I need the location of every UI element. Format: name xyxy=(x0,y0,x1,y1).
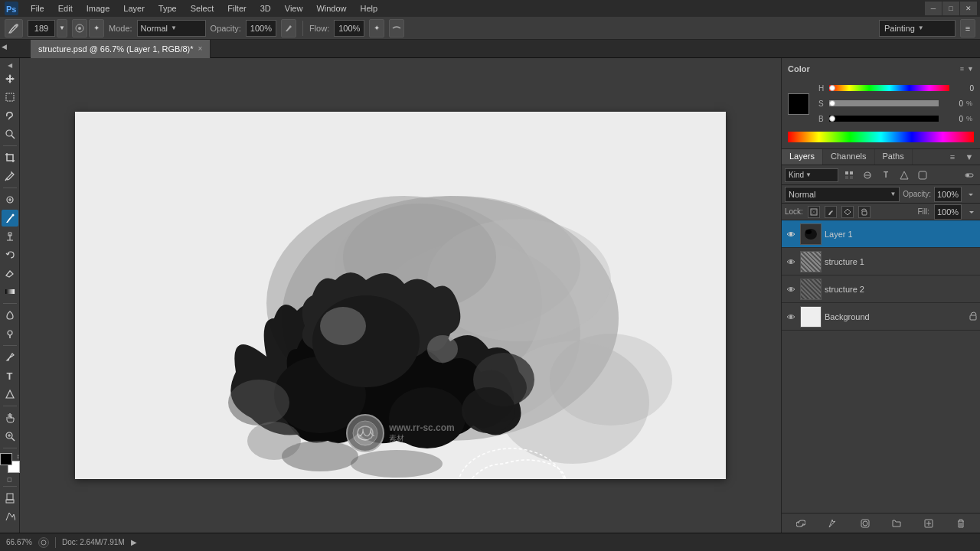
opacity-value[interactable]: 100% xyxy=(934,187,962,202)
tool-eraser[interactable] xyxy=(2,265,18,282)
mode-dropdown[interactable]: Normal ▼ xyxy=(137,20,206,37)
tool-eyedropper[interactable] xyxy=(2,168,18,184)
panels-toggle[interactable]: ◀ xyxy=(2,43,7,51)
layer-item[interactable]: Layer 1 xyxy=(782,220,980,248)
add-mask-icon[interactable] xyxy=(858,516,873,531)
opacity-value[interactable]: 100% xyxy=(246,20,276,37)
tool-history-brush[interactable] xyxy=(2,246,18,263)
maximize-button[interactable]: □ xyxy=(942,2,959,15)
layer-item[interactable]: structure 1 xyxy=(782,248,980,276)
brush-size-value[interactable]: 189 xyxy=(28,20,55,37)
menu-window[interactable]: Window xyxy=(310,2,352,15)
tool-spot-heal[interactable] xyxy=(2,191,18,208)
tool-blur[interactable] xyxy=(2,307,18,324)
saturation-slider[interactable] xyxy=(829,100,939,106)
tool-gradient[interactable] xyxy=(2,283,18,300)
lock-all-icon[interactable] xyxy=(858,206,871,218)
brush-settings-icon[interactable] xyxy=(72,19,87,37)
document-tab[interactable]: structure.psd @ 66.7% (Layer 1, RGB/8)* … xyxy=(31,40,211,58)
fill-value[interactable]: 100% xyxy=(934,204,962,220)
layer-item[interactable]: structure 2 xyxy=(782,276,980,303)
brightness-thumb[interactable] xyxy=(829,116,835,122)
menu-filter[interactable]: Filter xyxy=(221,2,252,15)
default-colors-icon[interactable]: ◻ xyxy=(7,476,12,483)
tool-crop[interactable] xyxy=(2,149,18,166)
hue-thumb[interactable] xyxy=(829,85,835,91)
blend-mode-dropdown[interactable]: Normal ▼ xyxy=(785,187,900,202)
tool-hand[interactable] xyxy=(2,409,18,426)
menu-edit[interactable]: Edit xyxy=(52,2,79,15)
tool-extra1[interactable] xyxy=(2,490,18,507)
filter-adjust-icon[interactable] xyxy=(860,168,875,183)
minimize-button[interactable]: ─ xyxy=(925,2,942,15)
filter-shape-icon[interactable] xyxy=(897,168,912,183)
brush-tool-button[interactable] xyxy=(5,19,23,37)
tab-paths[interactable]: Paths xyxy=(875,149,913,165)
menu-type[interactable]: Type xyxy=(152,2,183,15)
tab-channels[interactable]: Channels xyxy=(823,149,874,165)
menu-layer[interactable]: Layer xyxy=(117,2,151,15)
color-swatch[interactable] xyxy=(788,93,809,115)
brightness-slider[interactable] xyxy=(829,116,939,122)
status-arrow[interactable]: ▶ xyxy=(131,538,137,546)
layer-visibility-eye[interactable] xyxy=(785,311,797,323)
foreground-color-swatch[interactable] xyxy=(0,453,12,465)
brush-size-arrow[interactable]: ▼ xyxy=(57,19,67,37)
flow-icon[interactable]: ✦ xyxy=(369,19,384,37)
layer-visibility-eye[interactable] xyxy=(785,283,797,295)
filter-smart-icon[interactable] xyxy=(915,168,930,183)
layer-visibility-eye[interactable] xyxy=(785,228,797,240)
close-button[interactable]: ✕ xyxy=(960,2,977,15)
add-style-icon[interactable] xyxy=(825,516,841,531)
filter-type-icon[interactable]: T xyxy=(878,168,893,183)
new-layer-icon[interactable] xyxy=(921,516,936,531)
lock-transparent-icon[interactable] xyxy=(808,206,820,218)
layers-panel-collapse[interactable]: ▼ xyxy=(962,149,977,165)
hue-slider[interactable] xyxy=(829,85,949,91)
tool-move[interactable] xyxy=(2,70,18,87)
tool-extra2[interactable] xyxy=(2,508,18,525)
color-spectrum[interactable] xyxy=(788,132,974,142)
tool-zoom[interactable] xyxy=(2,428,18,445)
proof-colors-icon[interactable] xyxy=(38,537,49,548)
menu-3d[interactable]: 3D xyxy=(254,2,277,15)
flow-value[interactable]: 100% xyxy=(334,20,364,37)
tab-layers[interactable]: Layers xyxy=(782,149,823,165)
layer-visibility-eye[interactable] xyxy=(785,256,797,268)
swap-colors-icon[interactable]: ↕ xyxy=(17,453,20,460)
opacity-arrow[interactable] xyxy=(965,188,977,201)
menu-select[interactable]: Select xyxy=(185,2,220,15)
tool-text[interactable]: T xyxy=(2,367,18,384)
new-group-icon[interactable] xyxy=(889,516,904,531)
toggle-airbrush-icon[interactable]: ✦ xyxy=(89,19,104,37)
menu-view[interactable]: View xyxy=(279,2,309,15)
tab-close-button[interactable]: × xyxy=(198,44,203,53)
layer-item[interactable]: Background xyxy=(782,303,980,331)
menu-image[interactable]: Image xyxy=(80,2,116,15)
link-layers-icon[interactable] xyxy=(793,516,808,531)
menu-file[interactable]: File xyxy=(24,2,51,15)
filter-toggle[interactable] xyxy=(962,168,977,183)
delete-layer-icon[interactable] xyxy=(953,516,969,531)
tool-pen[interactable] xyxy=(2,349,18,366)
opacity-airbrush-icon[interactable] xyxy=(281,19,296,37)
layers-panel-options[interactable]: ≡ xyxy=(945,149,960,165)
saturation-thumb[interactable] xyxy=(829,100,835,106)
canvas[interactable]: 人人 www.rr-sc.com 素材 xyxy=(75,112,726,479)
fill-arrow[interactable] xyxy=(966,208,977,216)
tool-dodge[interactable] xyxy=(2,325,18,342)
tool-clone[interactable] xyxy=(2,228,18,245)
foreground-background-colors[interactable]: ↕ xyxy=(0,453,20,473)
menu-help[interactable]: Help xyxy=(354,2,384,15)
kind-dropdown[interactable]: Kind ▼ xyxy=(785,168,838,182)
tool-lasso[interactable] xyxy=(2,107,18,124)
panel-collapse-btn[interactable]: ◀ xyxy=(2,61,18,69)
workspace-dropdown[interactable]: Painting ▼ xyxy=(879,20,956,37)
tool-brush[interactable] xyxy=(2,210,18,227)
smoothing-icon[interactable] xyxy=(389,19,404,37)
tool-quick-select[interactable] xyxy=(2,126,18,142)
toolbar-options-icon[interactable]: ≡ xyxy=(960,19,975,37)
color-panel-options[interactable]: ▼ xyxy=(967,65,974,73)
tool-path-select[interactable] xyxy=(2,386,18,403)
tool-select-rect[interactable] xyxy=(2,89,18,106)
